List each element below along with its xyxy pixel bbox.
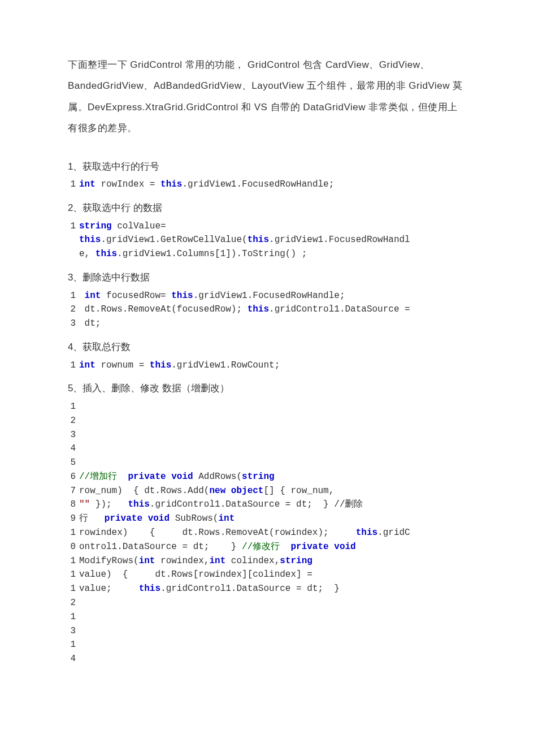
line-number: 5: [68, 456, 76, 470]
line-number: 1: [68, 568, 76, 582]
line-number: 1: [68, 582, 76, 596]
code-line: 1 ModifyRows(int rowindex,int colindex,s…: [68, 554, 466, 568]
code-line: 1 int rowIndex = this.gridView1.FocusedR…: [68, 178, 466, 192]
line-number: 1: [68, 358, 76, 373]
code-text: rowindex) { dt.Rows.RemoveAt(rowindex); …: [79, 526, 410, 540]
code-text: int rownum = this.gridView1.RowCount;: [79, 358, 280, 373]
code-line: 1 int rownum = this.gridView1.RowCount;: [68, 358, 466, 373]
code-text: ontrol1.DataSource = dt; } //修改行 private…: [79, 540, 356, 554]
document-page: 下面整理一下 GridControl 常用的功能， GridControl 包含…: [0, 0, 534, 756]
code-text: [79, 610, 85, 624]
code-text: int rowIndex = this.gridView1.FocusedRow…: [79, 178, 334, 192]
code-block-1: 1 int rowIndex = this.gridView1.FocusedR…: [68, 178, 466, 192]
code-text: [79, 428, 85, 442]
code-block-4: 1 int rownum = this.gridView1.RowCount;: [68, 358, 466, 373]
code-line: 1 int focusedRow= this.gridView1.Focused…: [68, 289, 466, 303]
line-number: 3: [68, 428, 76, 442]
code-line: 9 行 private void SubRows(int: [68, 512, 466, 526]
code-text: ModifyRows(int rowindex,int colindex,str…: [79, 554, 312, 568]
code-line: 1 string colValue=: [68, 219, 466, 234]
code-line: 1 value) { dt.Rows[rowindex][colindex] =: [68, 568, 466, 582]
code-text: 行 private void SubRows(int: [79, 512, 235, 526]
line-number: 1: [68, 178, 76, 192]
code-block-3: 1 int focusedRow= this.gridView1.Focused…: [68, 289, 466, 331]
section-2-title: 2、获取选中行 的数据: [68, 200, 466, 217]
code-block-5: 1 2 3 4 5 6 //增加行 private void AddRows(s…: [68, 400, 466, 666]
code-line: 2: [68, 596, 466, 610]
code-line: e, this.gridView1.Columns[1]).ToString()…: [68, 247, 466, 261]
code-line: 3 dt;: [68, 317, 466, 331]
code-line: 7 row_num) { dt.Rows.Add(new object[] { …: [68, 484, 466, 498]
code-text: [79, 442, 85, 456]
line-number: 9: [68, 512, 76, 526]
code-line: 5: [68, 456, 466, 470]
code-block-2: 1 string colValue= this.gridView1.GetRow…: [68, 219, 466, 261]
line-number: 2: [68, 303, 76, 317]
code-line: 2 dt.Rows.RemoveAt(focusedRow); this.gri…: [68, 303, 466, 317]
line-number: 3: [68, 624, 76, 638]
code-line: 0 ontrol1.DataSource = dt; } //修改行 priva…: [68, 540, 466, 554]
code-line: this.gridView1.GetRowCellValue(this.grid…: [68, 233, 466, 247]
code-line: 1 value; this.gridControl1.DataSource = …: [68, 582, 466, 596]
code-text: dt.Rows.RemoveAt(focusedRow); this.gridC…: [79, 303, 410, 317]
line-number: 6: [68, 470, 76, 484]
line-number: 4: [68, 652, 76, 666]
line-number: 8: [68, 498, 76, 512]
code-line: 3: [68, 624, 466, 638]
code-line: 4: [68, 442, 466, 456]
line-number: 1: [68, 400, 76, 414]
code-text: [79, 638, 85, 652]
line-number: 7: [68, 484, 76, 498]
section-3-title: 3、删除选中行数据: [68, 269, 466, 287]
line-number: 2: [68, 414, 76, 428]
line-number: 1: [68, 219, 76, 234]
line-number: 2: [68, 596, 76, 610]
line-number: 3: [68, 317, 76, 331]
code-text: [79, 596, 85, 610]
code-line: 8 "" }); this.gridControl1.DataSource = …: [68, 498, 466, 512]
code-text: value; this.gridControl1.DataSource = dt…: [79, 582, 340, 596]
code-text: [79, 400, 85, 414]
line-number: 1: [68, 638, 76, 652]
line-number: 1: [68, 289, 76, 303]
line-number: [68, 233, 76, 247]
code-text: string colValue=: [79, 219, 166, 234]
line-number: 4: [68, 442, 76, 456]
code-line: 1: [68, 400, 466, 414]
code-text: [79, 624, 85, 638]
code-text: [79, 456, 85, 470]
code-line: 1: [68, 638, 466, 652]
code-line: 2: [68, 414, 466, 428]
line-number: 0: [68, 540, 76, 554]
code-text: this.gridView1.GetRowCellValue(this.grid…: [79, 233, 410, 247]
code-text: int focusedRow= this.gridView1.FocusedRo…: [79, 289, 345, 303]
code-text: "" }); this.gridControl1.DataSource = dt…: [79, 498, 363, 512]
section-5-title: 5、插入、删除、修改 数据（增删改）: [68, 380, 466, 398]
code-text: e, this.gridView1.Columns[1]).ToString()…: [79, 247, 307, 261]
code-line: 1: [68, 610, 466, 624]
code-line: 3: [68, 428, 466, 442]
code-text: [79, 652, 85, 666]
code-text: value) { dt.Rows[rowindex][colindex] =: [79, 568, 312, 582]
code-text: dt;: [79, 317, 101, 331]
line-number: [68, 247, 76, 261]
code-text: row_num) { dt.Rows.Add(new object[] { ro…: [79, 484, 334, 498]
line-number: 1: [68, 554, 76, 568]
code-line: 6 //增加行 private void AddRows(string: [68, 470, 466, 484]
line-number: 1: [68, 526, 76, 540]
code-text: [79, 414, 85, 428]
code-line: 4: [68, 652, 466, 666]
intro-paragraph: 下面整理一下 GridControl 常用的功能， GridControl 包含…: [68, 54, 466, 139]
code-line: 1 rowindex) { dt.Rows.RemoveAt(rowindex)…: [68, 526, 466, 540]
line-number: 1: [68, 610, 76, 624]
code-text: //增加行 private void AddRows(string: [79, 470, 275, 484]
section-1-title: 1、获取选中行的行号: [68, 158, 466, 176]
section-4-title: 4、获取总行数: [68, 339, 466, 356]
